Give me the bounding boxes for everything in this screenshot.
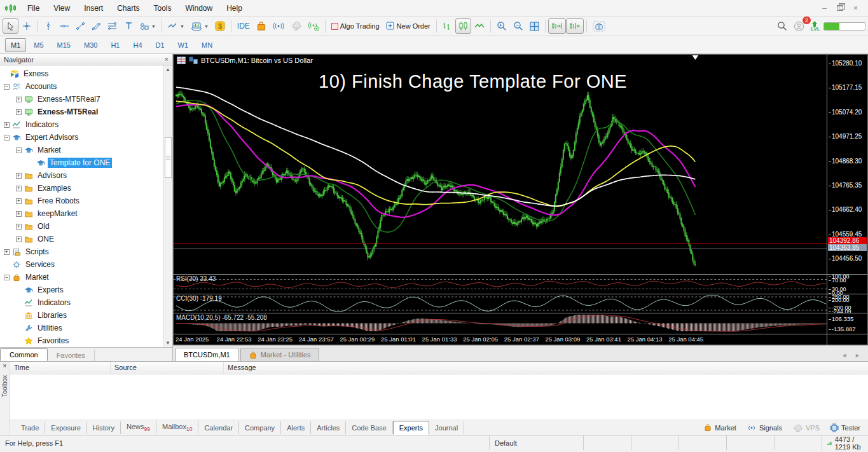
- menu-tools[interactable]: Tools: [147, 1, 179, 15]
- timeframe-m30[interactable]: M30: [78, 38, 103, 52]
- nav-item-exness-mt5real[interactable]: +Exness-MT5Real: [0, 106, 163, 118]
- scroll-up-icon[interactable]: ▲: [165, 67, 170, 72]
- menu-insert[interactable]: Insert: [77, 1, 110, 15]
- line-chart-type-button[interactable]: [471, 18, 488, 34]
- menu-help[interactable]: Help: [219, 1, 249, 15]
- cursor-mode-dropdown-button[interactable]: ▼: [165, 18, 188, 34]
- nav-item-libraries[interactable]: Libraries: [0, 309, 163, 322]
- rsi-pane[interactable]: RSI(30) 33.43 100.0070.0030.000.00: [174, 274, 867, 294]
- auto-scroll-button[interactable]: [566, 18, 584, 34]
- tree-expand-toggle[interactable]: +: [16, 211, 22, 217]
- trendline-tool-button[interactable]: [72, 18, 88, 34]
- nav-item-indicators[interactable]: +Indicators: [0, 118, 163, 131]
- menu-file[interactable]: File: [20, 1, 46, 15]
- toolbox-tab-code-base[interactable]: Code Base: [346, 421, 392, 434]
- toolbox-tab-journal[interactable]: Journal: [429, 421, 464, 434]
- navigator-close-button[interactable]: ×: [165, 56, 169, 63]
- timeframe-d1[interactable]: D1: [150, 38, 170, 52]
- chart-tab-market-utilities[interactable]: Market - Utilities: [240, 348, 319, 361]
- channel-tool-button[interactable]: [88, 18, 104, 34]
- price-axis[interactable]: 105280.10105177.15105074.20104971.251048…: [827, 55, 867, 274]
- vps-cloud-button[interactable]: [287, 18, 305, 34]
- nav-item-expert-advisors[interactable]: −Expert Advisors: [0, 131, 163, 144]
- vertical-line-tool-button[interactable]: [40, 18, 56, 34]
- menu-charts[interactable]: Charts: [110, 1, 146, 15]
- zoom-out-button[interactable]: [510, 18, 527, 34]
- crosshair-tool-button[interactable]: [18, 18, 34, 34]
- timeframe-m15[interactable]: M15: [52, 38, 76, 52]
- nav-item-keepmarket[interactable]: +keepMarket: [0, 207, 163, 220]
- tree-expand-toggle[interactable]: +: [16, 186, 22, 191]
- tree-expand-toggle[interactable]: +: [4, 122, 10, 128]
- tree-expand-toggle[interactable]: +: [16, 173, 22, 179]
- column-source[interactable]: Source: [111, 362, 224, 374]
- equidistant-lines-tool-button[interactable]: [104, 18, 121, 34]
- nav-item-old[interactable]: +Old: [0, 220, 163, 233]
- bar-chart-type-button[interactable]: [439, 18, 455, 34]
- tree-expand-toggle[interactable]: +: [16, 97, 22, 102]
- toolbox-tab-alerts[interactable]: Alerts: [281, 421, 311, 434]
- nav-item-one[interactable]: +ONE: [0, 233, 163, 245]
- signals-button[interactable]: [270, 18, 287, 34]
- restore-button[interactable]: [837, 5, 843, 11]
- toolbox-tab-mailbox[interactable]: Mailbox10: [156, 420, 198, 435]
- navigator-tab-favorites[interactable]: Favorites: [48, 350, 95, 361]
- timeframe-h1[interactable]: H1: [105, 38, 125, 52]
- nav-item-free-robots[interactable]: +Free Robots: [0, 195, 163, 207]
- navigator-tab-common[interactable]: Common: [0, 348, 48, 361]
- cci-pane[interactable]: CCI(30) -179.19 250.00200.00-200.00-244.…: [174, 294, 867, 313]
- time-axis[interactable]: 24 Jan 202524 Jan 22:5324 Jan 23:2524 Ja…: [174, 334, 867, 345]
- toolbox-tab-experts[interactable]: Experts: [393, 421, 429, 435]
- tree-expand-toggle[interactable]: +: [16, 236, 22, 242]
- toolbox-tab-trade[interactable]: Trade: [15, 421, 45, 434]
- tree-expand-toggle[interactable]: −: [16, 147, 22, 153]
- nav-item-exness[interactable]: Exness: [0, 67, 163, 80]
- timeframe-w1[interactable]: W1: [172, 38, 195, 52]
- nav-item-scripts[interactable]: +Scripts: [0, 245, 163, 258]
- macd-pane[interactable]: MACD(10,20,5) -65.722 -55.208 106.335-13…: [174, 313, 867, 334]
- nav-item-accounts[interactable]: −Accounts: [0, 80, 163, 93]
- tree-expand-toggle[interactable]: +: [16, 198, 22, 204]
- timeframe-mn[interactable]: MN: [196, 38, 218, 52]
- close-button[interactable]: ×: [853, 4, 858, 13]
- toolbox-tab-history[interactable]: History: [87, 421, 121, 434]
- statusbar-signals-button[interactable]: Signals: [747, 424, 782, 432]
- candlestick-chart-type-button[interactable]: [455, 18, 471, 34]
- ide-button[interactable]: IDE: [234, 18, 253, 34]
- new-order-button[interactable]: New Order: [383, 18, 434, 34]
- nav-item-indicators[interactable]: Indicators: [0, 296, 163, 309]
- column-time[interactable]: Time: [10, 362, 111, 374]
- menu-window[interactable]: Window: [179, 1, 220, 15]
- scroll-down-icon[interactable]: ▼: [165, 340, 170, 346]
- menu-view[interactable]: View: [46, 1, 77, 15]
- nav-item-template-for-one[interactable]: Template for ONE: [0, 156, 163, 169]
- screenshot-button[interactable]: [589, 18, 609, 34]
- toolbox-tab-news[interactable]: News99: [121, 420, 156, 435]
- toolbox-tab-company[interactable]: Company: [239, 421, 281, 434]
- tree-expand-toggle[interactable]: −: [4, 275, 10, 280]
- cursor-tool-button[interactable]: [3, 18, 18, 34]
- nav-item-experts[interactable]: Experts: [0, 284, 163, 296]
- search-button[interactable]: [774, 18, 790, 34]
- toolbox-close-button[interactable]: ×: [3, 362, 7, 370]
- notifications-button[interactable]: 2: [790, 18, 808, 34]
- statusbar-vps-button[interactable]: VPS: [792, 424, 820, 432]
- tree-expand-toggle[interactable]: −: [4, 84, 10, 90]
- tree-expand-toggle[interactable]: +: [16, 224, 22, 229]
- depth-of-market-icon[interactable]: [177, 57, 186, 64]
- toolbox-tab-exposure[interactable]: Exposure: [45, 421, 86, 434]
- one-click-trading-icon[interactable]: [189, 57, 198, 64]
- toolbox-tab-articles[interactable]: Articles: [311, 421, 346, 434]
- horizontal-line-tool-button[interactable]: [56, 18, 72, 34]
- nav-item-market[interactable]: −Market: [0, 144, 163, 156]
- statusbar-market-button[interactable]: Market: [703, 423, 736, 432]
- indicators-dropdown-button[interactable]: ▼: [188, 18, 212, 34]
- tree-expand-toggle[interactable]: +: [4, 249, 10, 255]
- nav-item-exness-mt5real7[interactable]: +Exness-MT5Real7: [0, 93, 163, 106]
- minimize-button[interactable]: –: [822, 4, 827, 13]
- text-tool-button[interactable]: [121, 18, 137, 34]
- nav-item-favorites[interactable]: Favorites: [0, 334, 163, 347]
- tab-scroll-left-icon[interactable]: ◄: [841, 352, 847, 359]
- timeframe-m1[interactable]: M1: [5, 38, 26, 52]
- shapes-tool-button[interactable]: ▼: [137, 18, 159, 34]
